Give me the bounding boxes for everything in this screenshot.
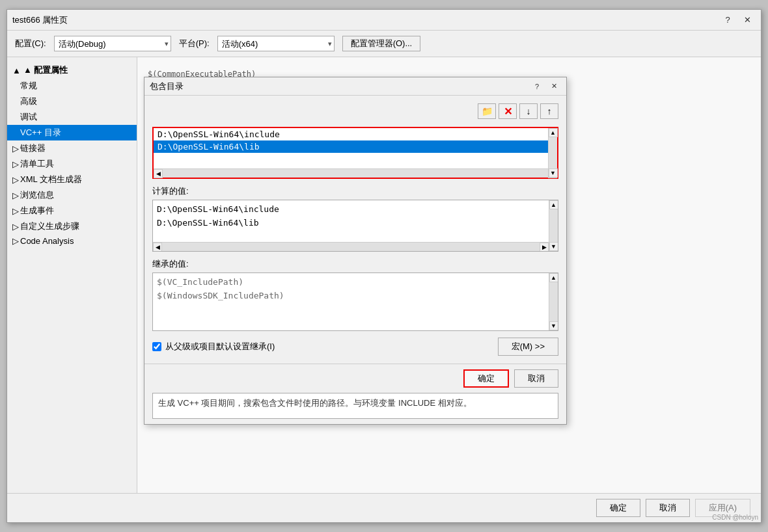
sidebar-item-general[interactable]: 常规 <box>7 78 137 94</box>
scroll-down-arrow[interactable]: ▼ <box>549 168 558 178</box>
inherit-checkbox[interactable] <box>152 342 161 351</box>
browse-triangle-icon: ▷ <box>12 191 19 200</box>
main-cancel-button[interactable]: 取消 <box>646 499 690 517</box>
close-button[interactable]: ✕ <box>739 14 756 27</box>
title-controls: ? ✕ <box>719 14 756 27</box>
paths-list: D:\OpenSSL-Win64\include D:\OpenSSL-Win6… <box>154 128 557 168</box>
move-down-button[interactable]: ↓ <box>519 103 538 119</box>
info-text-area: 生成 VC++ 项目期间，搜索包含文件时使用的路径。与环境变量 INCLUDE … <box>152 393 558 419</box>
computed-content: D:\OpenSSL-Win64\include D:\OpenSSL-Win6… <box>153 200 558 233</box>
folder-icon: 📁 <box>482 106 493 116</box>
arrow-up-icon: ↑ <box>547 106 552 116</box>
inherited-line-1: $(VC_IncludePath) <box>157 276 554 289</box>
linker-triangle-icon: ▷ <box>12 144 19 153</box>
build-triangle-icon: ▷ <box>12 206 19 216</box>
watermark: CSDN @holoyn <box>712 514 758 521</box>
delete-button[interactable]: ✕ <box>499 103 517 119</box>
sidebar-item-custom-steps[interactable]: ▷ 自定义生成步骤 <box>7 219 137 234</box>
computed-line-1: D:\OpenSSL-Win64\include <box>157 203 554 217</box>
computed-scroll-up[interactable]: ▲ <box>549 200 558 209</box>
dialog-body: 📁 ✕ ↓ ↑ <box>144 96 566 364</box>
checkbox-row: 从父级或项目默认设置继承(I) <box>152 341 275 352</box>
computed-scrollbar-v[interactable]: ▲ ▼ <box>549 200 558 251</box>
sidebar-item-xml-gen[interactable]: ▷ XML 文档生成器 <box>7 172 137 187</box>
main-window: test666 属性页 ? ✕ 配置(C): 活动(Debug) 平台(P): … <box>7 9 761 523</box>
checkbox-label: 从父级或项目默认设置继承(I) <box>165 341 275 352</box>
content-area: ▲ ▲ 配置属性 常规 高级 调试 VC++ 目录 ▷ 链接器 ▷ 清单工具 <box>7 57 761 493</box>
config-label: 配置(C): <box>15 38 46 49</box>
config-row: 配置(C): 活动(Debug) 平台(P): 活动(x64) 配置管理器(O)… <box>7 31 761 57</box>
macro-button[interactable]: 宏(M) >> <box>498 338 558 356</box>
xml-triangle-icon: ▷ <box>12 175 19 185</box>
config-select[interactable]: 活动(Debug) <box>54 36 171 51</box>
sidebar-item-linker[interactable]: ▷ 链接器 <box>7 140 137 156</box>
computed-right-arrow[interactable]: ▶ <box>540 243 549 252</box>
inherited-section: 继承的值: $(VC_IncludePath) $(WindowsSDK_Inc… <box>152 258 558 331</box>
manifest-triangle-icon: ▷ <box>12 159 19 169</box>
computed-track-v <box>549 209 558 242</box>
arrow-down-icon: ↓ <box>527 106 531 116</box>
sidebar-item-advanced[interactable]: 高级 <box>7 94 137 109</box>
sidebar-item-browse[interactable]: ▷ 浏览信息 <box>7 187 137 203</box>
folder-button[interactable]: 📁 <box>478 103 496 119</box>
scroll-track-h <box>163 169 548 178</box>
inherited-scroll-up[interactable]: ▲ <box>549 273 558 282</box>
right-panel: $(CommonExecutablePath) $(SDK_IncludePat… <box>137 57 761 493</box>
scroll-left-arrow[interactable]: ◀ <box>154 169 163 178</box>
config-manager-button[interactable]: 配置管理器(O)... <box>342 36 421 51</box>
title-bar: test666 属性页 ? ✕ <box>7 10 761 31</box>
path-item-include[interactable]: D:\OpenSSL-Win64\include <box>154 128 557 140</box>
inherited-track-v <box>549 282 558 321</box>
config-select-wrapper[interactable]: 活动(Debug) <box>54 36 171 51</box>
paths-scrollbar-v[interactable]: ▲ ▼ <box>548 128 557 178</box>
computed-left-arrow[interactable]: ◀ <box>153 243 162 252</box>
inherited-scroll-down[interactable]: ▼ <box>549 321 558 330</box>
dialog-title-controls: ? ✕ <box>530 81 561 92</box>
paths-list-container: D:\OpenSSL-Win64\include D:\OpenSSL-Win6… <box>152 127 558 179</box>
scroll-track-v <box>549 137 557 168</box>
dialog-ok-button[interactable]: 确定 <box>463 369 509 388</box>
custom-triangle-icon: ▷ <box>12 222 19 232</box>
sidebar-item-manifest[interactable]: ▷ 清单工具 <box>7 156 137 172</box>
platform-label: 平台(P): <box>179 38 210 49</box>
sidebar: ▲ ▲ 配置属性 常规 高级 调试 VC++ 目录 ▷ 链接器 ▷ 清单工具 <box>7 57 137 493</box>
move-up-button[interactable]: ↑ <box>540 103 558 119</box>
path-item-lib[interactable]: D:\OpenSSL-Win64\lib <box>154 140 557 153</box>
inherited-box: $(VC_IncludePath) $(WindowsSDK_IncludePa… <box>152 273 558 331</box>
inherited-label: 继承的值: <box>152 258 558 270</box>
computed-box: D:\OpenSSL-Win64\include D:\OpenSSL-Win6… <box>152 200 558 252</box>
main-ok-button[interactable]: 确定 <box>596 499 640 517</box>
sidebar-item-vc-dirs[interactable]: VC++ 目录 <box>7 125 137 140</box>
sidebar-item-code-analysis[interactable]: ▷ Code Analysis <box>7 234 137 248</box>
sidebar-item-build-events[interactable]: ▷ 生成事件 <box>7 203 137 219</box>
dialog-cancel-button[interactable]: 取消 <box>514 369 558 388</box>
toolbar-row: 📁 ✕ ↓ ↑ <box>152 103 558 119</box>
computed-scroll-down[interactable]: ▼ <box>549 242 558 251</box>
dialog-title-bar: 包含目录 ? ✕ <box>144 77 566 96</box>
inherited-content: $(VC_IncludePath) $(WindowsSDK_IncludePa… <box>153 273 558 306</box>
dialog-title: 包含目录 <box>150 81 530 92</box>
dialog-close-button[interactable]: ✕ <box>547 81 561 92</box>
dialog-help-button[interactable]: ? <box>530 81 544 92</box>
computed-section: 计算的值: D:\OpenSSL-Win64\include D:\OpenSS… <box>152 185 558 252</box>
checkbox-macro-row: 从父级或项目默认设置继承(I) 宏(M) >> <box>152 338 558 356</box>
computed-line-2: D:\OpenSSL-Win64\lib <box>157 217 554 230</box>
delete-icon: ✕ <box>504 105 512 118</box>
sidebar-item-debug[interactable]: 调试 <box>7 109 137 125</box>
platform-select[interactable]: 活动(x64) <box>217 36 335 51</box>
inherited-scrollbar-v[interactable]: ▲ ▼ <box>549 273 558 330</box>
paths-scrollbar-h[interactable]: ◀ ▶ <box>154 168 557 178</box>
computed-label: 计算的值: <box>152 185 558 197</box>
main-actions: 确定 取消 应用(A) <box>7 493 761 522</box>
platform-select-wrapper[interactable]: 活动(x64) <box>217 36 335 51</box>
section-triangle-icon: ▲ <box>12 66 21 75</box>
help-button[interactable]: ? <box>719 14 736 27</box>
window-title: test666 属性页 <box>12 14 719 26</box>
inherited-line-2: $(WindowsSDK_IncludePath) <box>157 289 554 303</box>
scroll-up-arrow[interactable]: ▲ <box>549 128 558 137</box>
dialog-actions: 确定 取消 <box>144 364 566 393</box>
sidebar-section-header: ▲ ▲ 配置属性 <box>7 62 137 78</box>
computed-scrollbar-h[interactable]: ◀ ▶ <box>153 242 549 251</box>
include-dirs-dialog: 包含目录 ? ✕ 📁 ✕ <box>144 77 567 425</box>
section-title: ▲ 配置属性 <box>23 64 68 76</box>
